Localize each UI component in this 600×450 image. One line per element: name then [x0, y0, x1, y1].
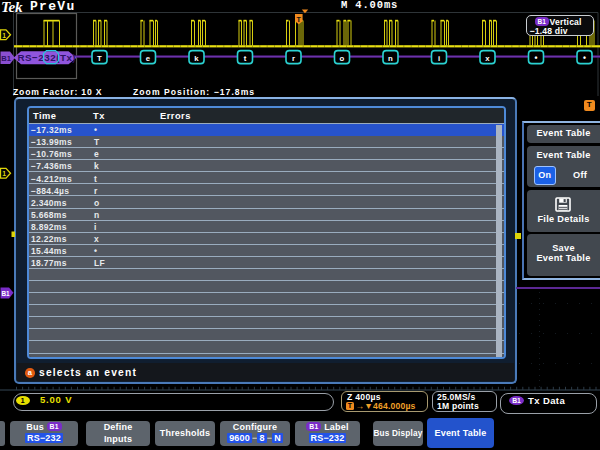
- svg-text:T: T: [97, 54, 102, 63]
- svg-text:x: x: [485, 54, 490, 63]
- svg-text:1: 1: [2, 170, 6, 177]
- svg-text:•: •: [535, 53, 538, 63]
- svg-text:RS−232(Tx): RS−232(Tx): [18, 52, 77, 63]
- svg-text:•: •: [583, 53, 586, 63]
- svg-text:i: i: [438, 54, 440, 63]
- svg-text:B1: B1: [1, 54, 11, 63]
- svg-text:n: n: [388, 54, 393, 63]
- svg-text:1: 1: [2, 32, 6, 39]
- svg-text:e: e: [146, 54, 151, 63]
- svg-text:o: o: [340, 54, 345, 63]
- svg-text:k: k: [194, 54, 199, 63]
- svg-text:r: r: [292, 54, 295, 63]
- svg-text:t: t: [244, 54, 247, 63]
- svg-text:B1: B1: [2, 290, 11, 297]
- svg-text:T: T: [297, 15, 302, 24]
